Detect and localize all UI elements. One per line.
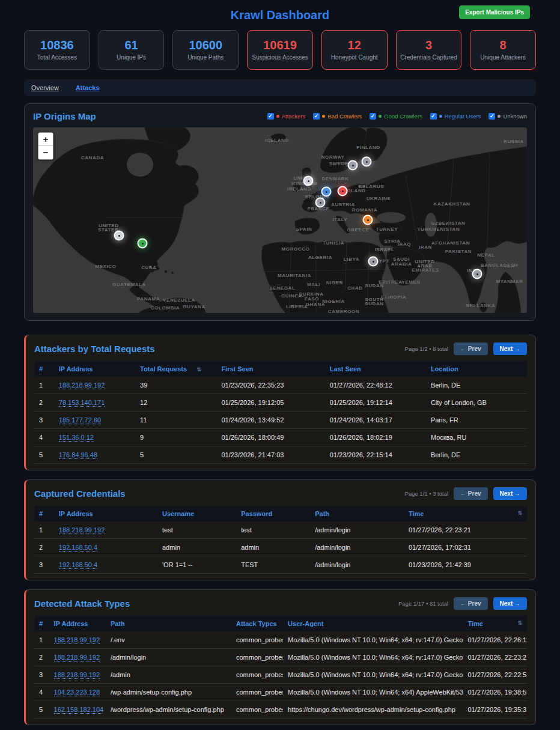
column-header-num[interactable]: # (34, 506, 54, 522)
map-marker-unknown[interactable] (114, 231, 124, 241)
table-cell-total-requests: 39 (135, 377, 216, 394)
column-header-time[interactable]: ⇅Time (404, 506, 527, 522)
legend-checkbox-icon[interactable] (370, 113, 376, 120)
table-cell-last-seen: 01/27/2026, 22:48:12 (325, 377, 426, 394)
map-marker-bad-crawler[interactable] (363, 215, 373, 225)
column-header-path[interactable]: Path (106, 616, 231, 631)
table-row: 1188.218.99.192/.envcommon_probesMozilla… (34, 631, 527, 649)
next-page-button[interactable]: Next → (493, 597, 527, 610)
panel-header: Captured Credentials Page 1/1 • 3 total … (34, 487, 527, 500)
table-row: 2192.168.50.4adminadmin/admin/login01/27… (34, 539, 527, 556)
table-cell-user-agent: Mozilla/5.0 (Windows NT 10.0; Win64; x64… (283, 666, 463, 684)
table-cell-num: 3 (34, 556, 54, 574)
tab-bar: OverviewAttacks (24, 79, 536, 96)
table-cell-first-seen: 01/23/2026, 22:35:23 (216, 377, 324, 394)
table-cell-first-seen: 01/25/2026, 19:12:05 (216, 394, 324, 412)
panel-attackers-by-total-requests: Attackers by Total Requests Page 1/2 • 8… (24, 335, 536, 470)
table-cell-ip-address: 151.36.0.12 (54, 429, 135, 446)
ip-address-link[interactable]: 192.168.50.4 (59, 561, 97, 569)
table-cell-user-agent: https://chungo.dev/wordpress/wp-admin/se… (283, 701, 463, 719)
column-header-attack-types[interactable]: Attack Types (231, 616, 283, 631)
tab-overview[interactable]: Overview (31, 84, 59, 91)
legend-item-regular-users[interactable]: Regular Users (430, 113, 481, 120)
ip-address-link[interactable]: 188.218.99.192 (59, 382, 105, 389)
sort-icon[interactable]: ⇅ (517, 510, 522, 516)
column-header-last-seen[interactable]: Last Seen (325, 361, 426, 377)
ip-address-link[interactable]: 151.36.0.12 (59, 434, 94, 442)
panel-detected-attack-types: Detected Attack Types Page 1/17 • 81 tot… (24, 589, 536, 725)
table-cell-user-agent: Mozilla/5.0 (Windows NT 10.0; Win64; x64… (283, 631, 463, 649)
table-cell-location: Paris, FR (426, 412, 527, 429)
column-header-ip-address[interactable]: IP Address (54, 361, 135, 377)
map-marker-regular-user[interactable] (321, 187, 332, 197)
ip-address-link[interactable]: 176.84.96.48 (59, 451, 97, 459)
prev-page-button[interactable]: ← Prev (454, 487, 487, 500)
stat-value: 8 (500, 39, 507, 51)
ip-address-link[interactable]: 188.218.99.192 (54, 671, 100, 679)
stat-label: Unique Paths (187, 54, 224, 61)
map-marker-unknown[interactable] (368, 257, 379, 267)
ip-address-link[interactable]: 188.218.99.192 (54, 636, 100, 644)
ip-address-link[interactable]: 104.23.223.128 (54, 689, 100, 696)
column-header-location[interactable]: Location (426, 361, 527, 377)
column-header-num[interactable]: # (34, 361, 54, 377)
legend-checkbox-icon[interactable] (267, 113, 274, 120)
next-page-button[interactable]: Next → (493, 487, 527, 500)
legend-checkbox-icon[interactable] (430, 113, 437, 120)
table-cell-total-requests: 11 (135, 412, 216, 429)
table-row: 1188.218.99.192testtest/admin/login01/27… (34, 522, 527, 539)
column-header-password[interactable]: Password (236, 506, 310, 522)
pagination: Page 1/1 • 3 total ← Prev Next → (405, 487, 527, 500)
column-header-num[interactable]: # (34, 616, 49, 631)
column-header-first-seen[interactable]: First Seen (216, 361, 324, 377)
table-row: 4104.23.223.128/wp-admin/setup-config.ph… (34, 684, 527, 701)
prev-page-button[interactable]: ← Prev (454, 342, 487, 355)
table-row: 278.153.140.1711201/25/2026, 19:12:0501/… (34, 394, 527, 412)
map-marker-unknown[interactable] (348, 160, 358, 171)
table-cell-time: 01/27/2026, 17:02:31 (404, 539, 527, 556)
column-header-time[interactable]: ⇅Time (463, 616, 527, 631)
export-malicious-ips-button[interactable]: Export Malicious IPs (459, 5, 530, 19)
sort-icon[interactable]: ⇅ (517, 620, 522, 626)
data-table-attackers-by-total-requests: #IP AddressTotal Requests⇅First SeenLast… (34, 361, 527, 464)
legend-item-good-crawlers[interactable]: Good Crawlers (370, 113, 422, 120)
column-header-ip-address[interactable]: IP Address (49, 616, 106, 631)
legend-checkbox-icon[interactable] (313, 113, 320, 120)
map-marker-unknown[interactable] (303, 176, 314, 186)
map-marker-good-crawler[interactable] (138, 239, 148, 249)
prev-page-button[interactable]: ← Prev (454, 597, 487, 610)
legend-checkbox-icon[interactable] (488, 113, 495, 120)
legend-item-bad-crawlers[interactable]: Bad Crawlers (313, 113, 362, 120)
legend-item-attackers[interactable]: Attackers (267, 113, 306, 120)
column-header-username[interactable]: Username (157, 506, 236, 522)
legend-label: Attackers (282, 113, 306, 120)
column-header-ip-address[interactable]: IP Address (54, 506, 157, 522)
map-marker-unknown[interactable] (362, 157, 372, 167)
table-row: 1188.218.99.1923901/23/2026, 22:35:2301/… (34, 377, 527, 394)
tab-attacks[interactable]: Attacks (76, 84, 100, 91)
world-map[interactable]: CANADAICELANDRUSSIANORWAYFINLANDSWEDENDE… (33, 127, 527, 313)
zoom-out-button[interactable]: − (38, 146, 53, 159)
table-row: 2188.218.99.192/admin/logincommon_probes… (34, 649, 527, 666)
map-marker-attacker[interactable] (338, 186, 348, 196)
zoom-in-button[interactable]: + (38, 133, 53, 146)
ip-address-link[interactable]: 78.153.140.171 (59, 399, 105, 407)
panel-title: Captured Credentials (34, 488, 126, 499)
column-header-user-agent[interactable]: User-Agent (283, 616, 463, 631)
legend-item-unknown[interactable]: Unknown (488, 113, 527, 120)
map-marker-unknown[interactable] (315, 198, 326, 208)
map-marker-unknown[interactable] (472, 269, 482, 279)
sort-icon[interactable]: ⇅ (196, 367, 201, 373)
next-page-button[interactable]: Next → (493, 342, 527, 355)
table-cell-num: 2 (34, 649, 49, 666)
panel-header: Detected Attack Types Page 1/17 • 81 tot… (34, 597, 527, 610)
column-header-total-requests[interactable]: Total Requests⇅ (135, 361, 216, 377)
ip-address-link[interactable]: 192.168.50.4 (59, 544, 97, 552)
krawl-dashboard-page: Krawl Dashboard Export Malicious IPs 108… (0, 0, 560, 725)
column-header-path[interactable]: Path (310, 506, 404, 522)
ip-address-link[interactable]: 188.218.99.192 (54, 654, 100, 662)
ip-address-link[interactable]: 185.177.72.60 (59, 416, 101, 424)
ip-address-link[interactable]: 162.158.182.104 (54, 706, 104, 714)
legend-label: Good Crawlers (384, 113, 422, 120)
ip-address-link[interactable]: 188.218.99.192 (59, 526, 105, 534)
